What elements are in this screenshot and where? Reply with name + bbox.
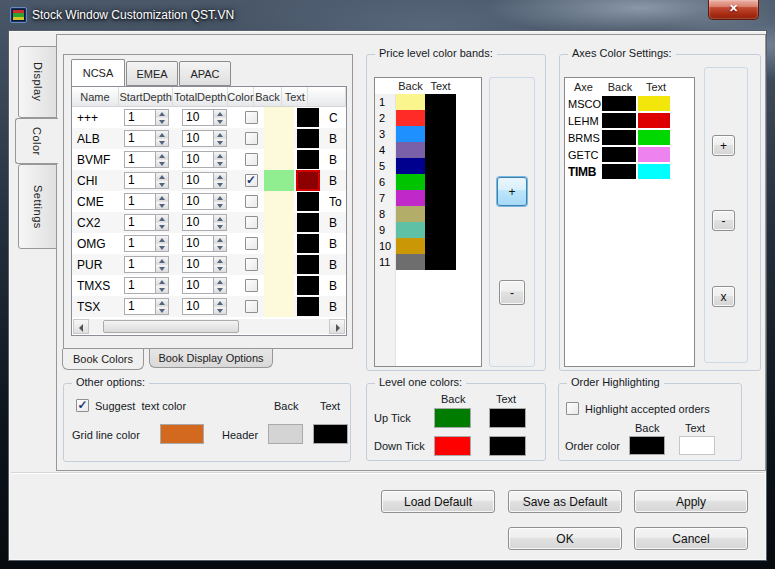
header-color[interactable]: Color [228, 87, 254, 106]
spin-down-icon[interactable] [214, 265, 226, 272]
spin-up-icon[interactable] [214, 131, 226, 139]
row-text-swatch[interactable] [297, 150, 319, 169]
spin-up-icon[interactable] [214, 236, 226, 244]
grid-line-color-swatch[interactable] [160, 424, 204, 444]
header-totaldepth[interactable]: TotalDepth [173, 87, 227, 106]
book-table-row[interactable]: TMXS110B [72, 275, 346, 296]
axe-text-swatch[interactable] [638, 130, 670, 145]
row-back-swatch[interactable] [264, 191, 294, 212]
band-text-swatch[interactable] [425, 110, 456, 126]
axes-row[interactable]: GETC [565, 146, 694, 163]
axes-remove-button[interactable]: - [712, 210, 735, 231]
down-tick-text-swatch[interactable] [489, 436, 526, 456]
band-back-swatch[interactable] [396, 238, 425, 254]
book-table-row[interactable]: CHI110B [72, 170, 346, 191]
load-default-button[interactable]: Load Default [381, 490, 495, 513]
band-back-swatch[interactable] [396, 158, 425, 174]
tab-ncsa[interactable]: NCSA [71, 59, 125, 86]
row-text-swatch[interactable] [298, 172, 318, 189]
header-text-swatch[interactable] [313, 424, 348, 444]
spin-up-icon[interactable] [156, 215, 168, 223]
book-table-row[interactable]: +++110C [72, 107, 346, 128]
axe-back-swatch[interactable] [602, 113, 636, 128]
band-remove-button[interactable]: - [499, 280, 525, 305]
band-back-swatch[interactable] [396, 110, 425, 126]
band-text-swatch[interactable] [425, 158, 456, 174]
price-band-row[interactable]: 8 [375, 206, 481, 222]
row-back-swatch[interactable] [264, 107, 294, 128]
spin-down-icon[interactable] [156, 202, 168, 209]
header-startdepth[interactable]: StartDepth [119, 87, 173, 106]
horizontal-scrollbar[interactable] [73, 319, 345, 334]
row-back-swatch[interactable] [264, 212, 294, 233]
row-text-swatch[interactable] [297, 297, 319, 316]
spin-down-icon[interactable] [214, 139, 226, 146]
startdepth-spinner[interactable]: 1 [124, 256, 169, 273]
spin-down-icon[interactable] [156, 181, 168, 188]
spin-up-icon[interactable] [156, 194, 168, 202]
totaldepth-spinner[interactable]: 10 [182, 256, 227, 273]
totaldepth-spinner[interactable]: 10 [182, 172, 227, 189]
tab-apac[interactable]: APAC [179, 61, 231, 86]
row-text-swatch[interactable] [297, 129, 319, 148]
spin-down-icon[interactable] [214, 118, 226, 125]
spin-down-icon[interactable] [156, 160, 168, 167]
tab-book-colors[interactable]: Book Colors [62, 349, 144, 370]
totaldepth-spinner[interactable]: 10 [182, 130, 227, 147]
price-band-row[interactable]: 11 [375, 254, 481, 270]
spin-up-icon[interactable] [156, 299, 168, 307]
price-band-row[interactable]: 9 [375, 222, 481, 238]
row-text-swatch[interactable] [297, 234, 319, 253]
header-back-swatch[interactable] [268, 424, 303, 444]
spin-up-icon[interactable] [156, 173, 168, 181]
axe-text-swatch[interactable] [638, 147, 670, 162]
header-name[interactable]: Name [72, 87, 119, 106]
startdepth-spinner[interactable]: 1 [124, 130, 169, 147]
close-button[interactable]: ✕ [708, 0, 759, 20]
header-text[interactable]: Text [282, 87, 308, 106]
row-text-swatch[interactable] [297, 108, 319, 127]
row-text-swatch[interactable] [297, 276, 319, 295]
book-table-row[interactable]: CX2110B [72, 212, 346, 233]
spin-up-icon[interactable] [156, 236, 168, 244]
spin-up-icon[interactable] [214, 215, 226, 223]
startdepth-spinner[interactable]: 1 [124, 235, 169, 252]
band-text-swatch[interactable] [425, 94, 456, 110]
band-text-swatch[interactable] [425, 142, 456, 158]
spin-up-icon[interactable] [156, 131, 168, 139]
row-color-checkbox[interactable] [245, 195, 258, 208]
row-color-checkbox[interactable] [245, 237, 258, 250]
up-tick-text-swatch[interactable] [489, 408, 526, 428]
band-back-swatch[interactable] [396, 206, 425, 222]
spin-down-icon[interactable] [214, 307, 226, 314]
axes-row[interactable]: BRMS [565, 129, 694, 146]
price-band-row[interactable]: 1 [375, 94, 481, 110]
book-table-row[interactable]: ALB110B [72, 128, 346, 149]
ok-button[interactable]: OK [508, 527, 622, 550]
price-band-row[interactable]: 7 [375, 190, 481, 206]
spin-up-icon[interactable] [214, 173, 226, 181]
spin-down-icon[interactable] [214, 181, 226, 188]
spin-down-icon[interactable] [156, 265, 168, 272]
totaldepth-spinner[interactable]: 10 [182, 214, 227, 231]
order-back-swatch[interactable] [629, 436, 665, 455]
highlight-accepted-orders-checkbox[interactable] [566, 402, 579, 415]
spin-up-icon[interactable] [214, 110, 226, 118]
startdepth-spinner[interactable]: 1 [124, 214, 169, 231]
row-color-checkbox[interactable] [245, 153, 258, 166]
spin-down-icon[interactable] [214, 202, 226, 209]
price-band-row[interactable]: 6 [375, 174, 481, 190]
row-color-checkbox[interactable] [245, 300, 258, 313]
startdepth-spinner[interactable]: 1 [124, 277, 169, 294]
scroll-right-icon[interactable] [329, 319, 345, 334]
header-extra[interactable] [308, 87, 346, 106]
band-text-swatch[interactable] [425, 254, 456, 270]
suggest-text-color-checkbox[interactable] [76, 399, 89, 412]
spin-down-icon[interactable] [156, 118, 168, 125]
totaldepth-spinner[interactable]: 10 [182, 277, 227, 294]
band-back-swatch[interactable] [396, 94, 425, 110]
startdepth-spinner[interactable]: 1 [124, 193, 169, 210]
spin-up-icon[interactable] [214, 278, 226, 286]
row-color-checkbox[interactable] [245, 111, 258, 124]
row-back-swatch[interactable] [264, 233, 294, 254]
